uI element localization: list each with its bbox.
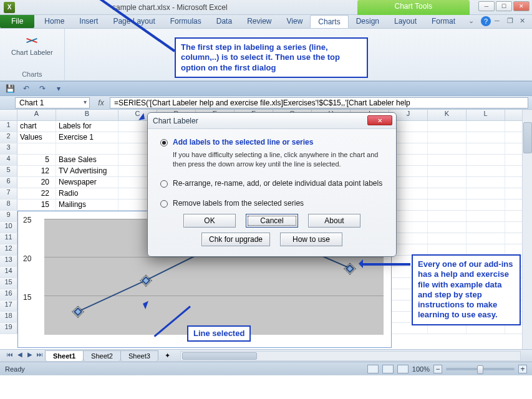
cell[interactable]	[428, 166, 467, 176]
tab-file[interactable]: File	[0, 15, 34, 28]
qat-customize-icon[interactable]: ▾	[52, 83, 65, 94]
about-button[interactable]: About	[308, 214, 360, 228]
minimize-button[interactable]: ─	[478, 1, 495, 11]
vertical-scrollbar-thumb[interactable]	[523, 122, 532, 153]
row-header[interactable]: 11	[0, 233, 17, 244]
cell[interactable]: Labels for	[56, 121, 118, 132]
row-header[interactable]: 18	[0, 312, 17, 322]
cell[interactable]	[428, 121, 467, 132]
cell[interactable]	[428, 155, 467, 165]
row-header[interactable]: 15	[0, 278, 17, 289]
sheet-nav-first[interactable]: ⏮	[5, 351, 15, 361]
dialog-close-button[interactable]: ✕	[367, 115, 392, 125]
how-to-use-button[interactable]: How to use	[280, 233, 342, 246]
cell[interactable]	[467, 200, 505, 210]
radio-icon[interactable]	[160, 200, 168, 208]
cell[interactable]	[467, 143, 505, 154]
doc-close-icon[interactable]: ✕	[520, 17, 528, 26]
cell[interactable]: 15	[17, 200, 56, 210]
insert-sheet-icon[interactable]: ✦	[162, 351, 174, 361]
cell[interactable]: 12	[17, 166, 56, 176]
cell[interactable]	[467, 155, 505, 165]
cancel-button[interactable]: Cancel	[246, 214, 298, 228]
tab-home[interactable]: Home	[37, 15, 72, 28]
sheet-nav-prev[interactable]: ◀	[15, 351, 25, 361]
radio-icon[interactable]	[160, 139, 168, 147]
col-header[interactable]: K	[428, 110, 467, 120]
col-header[interactable]: B	[56, 110, 118, 120]
row-header[interactable]: 4	[0, 155, 17, 165]
cell[interactable]: Base Sales	[56, 155, 118, 165]
cell[interactable]	[17, 143, 56, 154]
tab-design[interactable]: Design	[349, 15, 387, 28]
formula-bar[interactable]: =SERIES('[Chart Labeler help and exercis…	[110, 97, 528, 108]
cell[interactable]	[428, 211, 467, 221]
zoom-slider[interactable]	[446, 368, 515, 370]
zoom-out-button[interactable]: −	[433, 365, 442, 373]
row-header[interactable]: 13	[0, 256, 17, 266]
cell[interactable]: Exercise 1	[56, 132, 118, 143]
sheet-tab[interactable]: Sheet1	[45, 350, 84, 361]
cell[interactable]: Radio	[56, 188, 118, 199]
cell[interactable]: 5	[17, 155, 56, 165]
cell[interactable]	[428, 200, 467, 210]
cell[interactable]	[428, 244, 467, 255]
view-normal-icon[interactable]	[367, 365, 379, 373]
cell[interactable]	[467, 132, 505, 143]
undo-icon[interactable]: ↶	[20, 83, 32, 94]
row-header[interactable]: 9	[0, 211, 17, 221]
radio-icon[interactable]	[160, 180, 168, 188]
cell[interactable]	[428, 143, 467, 154]
redo-icon[interactable]: ↷	[36, 83, 49, 94]
row-header[interactable]: 2	[0, 132, 17, 143]
save-icon[interactable]: 💾	[4, 83, 16, 94]
maximize-button[interactable]: ☐	[496, 1, 512, 11]
cell[interactable]	[467, 211, 505, 221]
tab-view[interactable]: View	[279, 15, 311, 28]
row-header[interactable]: 17	[0, 300, 17, 311]
sheet-tab[interactable]: Sheet2	[83, 350, 121, 361]
cell[interactable]	[467, 244, 505, 255]
dialog-title-bar[interactable]: Chart Labeler ✕	[148, 113, 396, 129]
horizontal-scrollbar-thumb[interactable]	[182, 352, 257, 360]
row-header[interactable]: 10	[0, 222, 17, 233]
cell[interactable]	[467, 121, 505, 132]
ok-button[interactable]: OK	[183, 214, 236, 228]
cell[interactable]	[428, 132, 467, 143]
row-header[interactable]: 3	[0, 143, 17, 154]
row-header[interactable]: 5	[0, 166, 17, 176]
horizontal-scrollbar[interactable]	[180, 351, 521, 361]
tab-formulas[interactable]: Formulas	[163, 15, 209, 28]
dialog-option-add-labels[interactable]: Add labels to the selected line or serie…	[160, 138, 384, 147]
row-header[interactable]: 8	[0, 200, 17, 210]
row-header[interactable]: 19	[0, 323, 17, 334]
tab-format[interactable]: Format	[424, 15, 463, 28]
cell[interactable]	[428, 188, 467, 199]
tab-insert[interactable]: Insert	[72, 15, 105, 28]
row-header[interactable]: 6	[0, 177, 17, 188]
cell[interactable]: chart	[17, 121, 56, 132]
select-all-corner[interactable]	[0, 110, 17, 120]
dialog-option-rearrange[interactable]: Re-arrange, re-name, add, or delete indi…	[160, 179, 384, 188]
cell[interactable]	[56, 143, 118, 154]
row-header[interactable]: 14	[0, 267, 17, 277]
chart-marker[interactable]	[346, 264, 354, 273]
dialog-option-remove[interactable]: Remove labels from the selected series	[160, 199, 384, 208]
chart-marker[interactable]	[142, 276, 150, 285]
cell[interactable]: TV Advertising	[56, 166, 118, 176]
cell[interactable]: 22	[17, 188, 56, 199]
cell[interactable]	[428, 222, 467, 233]
zoom-in-button[interactable]: +	[518, 365, 527, 373]
cell[interactable]	[467, 233, 505, 244]
sheet-tab[interactable]: Sheet3	[120, 350, 158, 361]
row-header[interactable]: 7	[0, 188, 17, 199]
minimize-ribbon-icon[interactable]: ⌄	[468, 17, 477, 26]
tab-layout[interactable]: Layout	[387, 15, 424, 28]
doc-restore-icon[interactable]: ❐	[507, 17, 516, 26]
cell[interactable]	[467, 177, 505, 188]
cell[interactable]: 20	[17, 177, 56, 188]
cell[interactable]	[428, 177, 467, 188]
tab-review[interactable]: Review	[239, 15, 279, 28]
col-header[interactable]: L	[467, 110, 505, 120]
col-header[interactable]: A	[17, 110, 56, 120]
